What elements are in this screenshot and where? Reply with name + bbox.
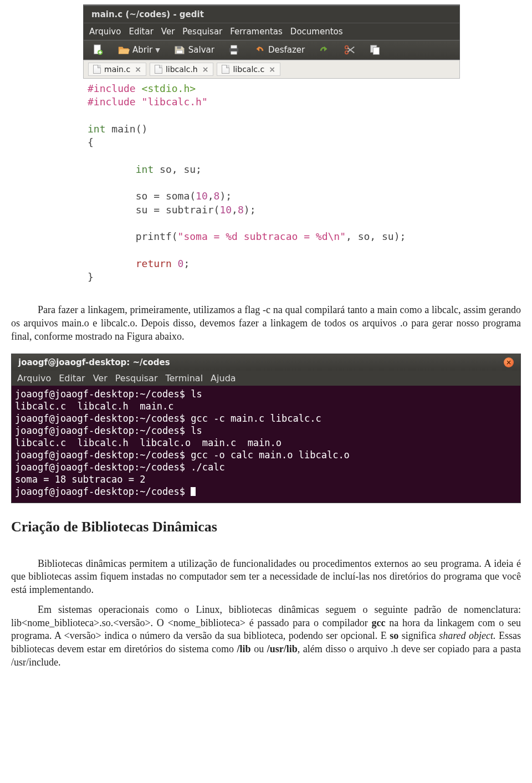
save-icon [173, 44, 186, 56]
new-file-button[interactable] [89, 43, 107, 57]
terminal-body[interactable]: joaogf@joaogf-desktop:~/codes$ ls libcal… [12, 386, 520, 503]
tab-label: libcalc.c [233, 65, 264, 74]
menu-item[interactable]: Ver [161, 27, 175, 37]
menu-item[interactable]: Pesquisar [182, 27, 222, 37]
open-label: Abrir [132, 45, 152, 55]
redo-icon [318, 44, 330, 56]
save-label: Salvar [188, 45, 214, 55]
save-button[interactable]: Salvar [171, 43, 217, 57]
undo-label: Desfazer [268, 45, 305, 55]
new-file-icon [92, 44, 104, 56]
menu-item[interactable]: Pesquisar [115, 373, 158, 383]
cut-button[interactable] [341, 43, 359, 57]
svg-rect-2 [177, 47, 181, 49]
document-page: main.c (~/codes) - gedit Arquivo Editar … [0, 4, 532, 698]
gedit-tabbar: main.c× libcalc.h× libcalc.c× [83, 60, 460, 79]
terminal-window: joaogf@joaogf-desktop: ~/codes × Arquivo… [11, 354, 521, 503]
menu-item[interactable]: Arquivo [89, 27, 121, 37]
folder-open-icon [117, 44, 130, 56]
tab-label: main.c [104, 65, 130, 74]
svg-rect-3 [176, 50, 182, 54]
menu-item[interactable]: Ferramentas [230, 27, 283, 37]
chevron-down-icon: ▼ [155, 47, 160, 54]
close-icon[interactable]: × [135, 65, 141, 74]
tab-libcalch[interactable]: libcalc.h× [150, 63, 214, 76]
open-button[interactable]: Abrir ▼ [115, 43, 163, 57]
menu-item[interactable]: Editar [129, 27, 153, 37]
tab-label: libcalc.h [166, 65, 198, 74]
svg-rect-5 [231, 45, 237, 49]
copy-icon [369, 44, 381, 56]
menu-item[interactable]: Terminal [165, 373, 203, 383]
redo-button[interactable] [315, 43, 333, 57]
menu-item[interactable]: Arquivo [17, 373, 51, 383]
print-button[interactable] [225, 43, 243, 57]
scissors-icon [344, 44, 356, 56]
tab-libcalcc[interactable]: libcalc.c× [217, 63, 280, 76]
terminal-title-text: joaogf@joaogf-desktop: ~/codes [18, 357, 170, 367]
undo-button[interactable]: Desfazer [250, 43, 308, 57]
svg-rect-10 [374, 47, 380, 54]
terminal-cursor [191, 487, 196, 496]
paragraph-2: Bibliotecas dinâmicas permitem a utiliza… [11, 557, 521, 597]
file-icon [155, 65, 162, 74]
menu-item[interactable]: Ver [93, 373, 108, 383]
terminal-titlebar: joaogf@joaogf-desktop: ~/codes × [12, 354, 520, 371]
section-heading: Criação de Bibliotecas Dinâmicas [11, 519, 521, 535]
menu-item[interactable]: Ajuda [211, 373, 236, 383]
paragraph-1: Para fazer a linkagem, primeiramente, ut… [11, 304, 521, 343]
terminal-menubar[interactable]: Arquivo Editar Ver Pesquisar Terminal Aj… [12, 371, 520, 386]
file-icon [222, 65, 229, 74]
paragraph-3: Em sistemas operacionais como o Linux, b… [11, 603, 521, 669]
gedit-editor[interactable]: #include <stdio.h> #include "libcalc.h" … [83, 79, 460, 290]
close-icon[interactable]: × [269, 65, 275, 74]
tab-mainc[interactable]: main.c× [88, 63, 146, 76]
gedit-window: main.c (~/codes) - gedit Arquivo Editar … [83, 4, 460, 290]
print-icon [228, 44, 240, 56]
copy-button[interactable] [366, 43, 384, 57]
menu-item[interactable]: Editar [59, 373, 85, 383]
undo-icon [253, 44, 265, 56]
gedit-titlebar: main.c (~/codes) - gedit [83, 6, 460, 23]
close-button[interactable]: × [504, 357, 514, 367]
gedit-menubar[interactable]: Arquivo Editar Ver Pesquisar Ferramentas… [83, 23, 460, 40]
close-icon[interactable]: × [202, 65, 209, 74]
menu-item[interactable]: Documentos [290, 27, 343, 37]
svg-rect-6 [231, 52, 237, 55]
file-icon [93, 65, 101, 74]
gedit-toolbar: Abrir ▼ Salvar Desfazer [83, 40, 460, 60]
